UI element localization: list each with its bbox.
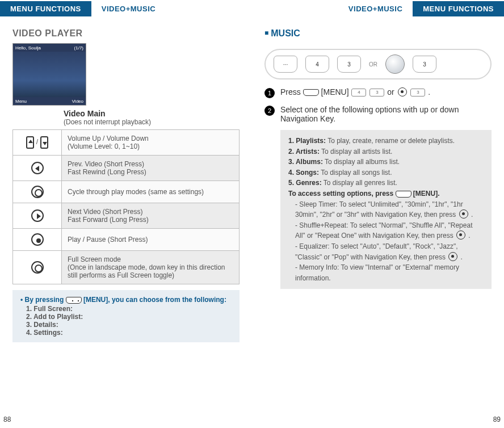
fullscreen-icon [13, 251, 62, 284]
screenshot-title: Hello, Soulja [15, 45, 41, 51]
or-label: OR [369, 61, 377, 68]
sub-equalizer: - Equalizer: To select "Auto", "Default"… [288, 241, 484, 262]
key-3-small-icon: 3 [369, 89, 384, 96]
softkey-icon [396, 191, 411, 198]
tab-menu-functions-r: MENU FUNCTIONS [413, 1, 504, 16]
next-icon [13, 203, 62, 229]
step-num-1: 1 [264, 88, 275, 98]
music-options-box: 1. Playlists: To play, create, rename or… [280, 130, 492, 289]
key-3c-small-icon: 3 [410, 89, 425, 96]
opt-genres: 5. Genres: [288, 179, 322, 187]
page-left: MENU FUNCTIONS VIDEO+MUSIC VIDEO PLAYER … [0, 0, 252, 428]
video-main-block: Video Main (Does not interrupt playback) [64, 109, 240, 126]
opt-settings: 4. Settings: [26, 329, 232, 337]
controls-table: / Volume Up / Volume Down (Volume Level:… [12, 129, 240, 284]
cycle-icon [13, 181, 62, 203]
page-right: VIDEO+MUSIC MENU FUNCTIONS ■MUSIC ··· 4 … [252, 0, 504, 428]
opt-albums: 3. Albums: [288, 158, 323, 166]
manual-spread: MENU FUNCTIONS VIDEO+MUSIC VIDEO PLAYER … [0, 0, 504, 428]
row-next: Next Video (Short Press) Fast Forward (L… [62, 203, 240, 229]
tab-menu-functions: MENU FUNCTIONS [0, 1, 91, 16]
opt-fullscreen: 1. Full Screen: [26, 305, 232, 313]
page-number-right: 89 [493, 416, 501, 423]
ok-button-icon [459, 209, 468, 219]
square-bullet-icon: ■ [264, 29, 268, 37]
section-music: ■MUSIC [264, 28, 492, 39]
softkey-icon [66, 297, 82, 304]
steps-list: 1 Press [MENU] 4 3 or 3 . 2 Select one o… [264, 87, 492, 123]
access-settings-label: To access setting options, press [288, 190, 396, 198]
page-number-left: 88 [3, 416, 11, 423]
opt-add-playlist: 2. Add to Playlist: [26, 313, 232, 321]
note-lead-a: By pressing [25, 296, 66, 304]
row-cycle: Cycle through play modes (same as settin… [62, 181, 240, 203]
sub-shuffle-repeat: - Shuffle+Repeat: To select "Normal", "S… [288, 220, 484, 241]
screenshot-softkey-left: Menu [15, 99, 27, 104]
key-sequence-strip: ··· 4 3 OR 3 [264, 49, 492, 79]
key-4-small-icon: 4 [351, 89, 366, 96]
sub-sleep-timer: - Sleep Timer: To select "Unlimited", "3… [288, 199, 484, 220]
step-num-2: 2 [264, 106, 275, 116]
prev-icon [13, 156, 62, 181]
opt-artists: 2. Artists: [288, 148, 320, 156]
section-video-player: VIDEO PLAYER [12, 28, 240, 39]
opt-playlists: 1. Playlists: [288, 137, 326, 145]
step-1: 1 Press [MENU] 4 3 or 3 . [264, 87, 492, 98]
key-3b-icon: 3 [413, 56, 436, 73]
screenshot-count: (1/7) [74, 45, 83, 51]
header-right: VIDEO+MUSIC MENU FUNCTIONS [252, 0, 504, 17]
screenshot-softkey-right: Video [72, 99, 83, 104]
step-2: 2 Select one of the following options wi… [264, 105, 492, 123]
row-fullscreen: Full Screen mode (Once in landscape mode… [62, 251, 240, 284]
key-3-icon: 3 [337, 56, 361, 73]
softkey-left-icon: ··· [274, 56, 297, 73]
jog-icon [385, 54, 405, 74]
note-lead-b: [MENU], you can choose from the followin… [82, 296, 226, 304]
video-main-title: Video Main [64, 109, 240, 118]
row-volume: Volume Up / Volume Down (Volume Level: 0… [62, 130, 240, 156]
sub-memory-info: - Memory Info: To view "Internal" or "Ex… [288, 262, 484, 283]
softkey-icon [303, 89, 319, 96]
jog-small-icon [398, 87, 407, 96]
opt-songs: 4. Songs: [288, 169, 319, 177]
row-prev: Prev. Video (Short Press) Fast Rewind (L… [62, 156, 240, 181]
playpause-icon [13, 229, 62, 251]
menu-options-note: • By pressing [MENU], you can choose fro… [12, 290, 240, 342]
video-main-sub: (Does not interrupt playback) [64, 118, 240, 126]
ok-button-icon [448, 252, 457, 261]
subtitle-video-music: VIDEO+MUSIC [91, 1, 166, 16]
opt-details: 3. Details: [26, 321, 232, 329]
ok-button-icon [456, 230, 465, 240]
video-screenshot: Hello, Soulja (1/7) Menu Video [12, 43, 86, 106]
key-4-icon: 4 [305, 56, 329, 73]
row-playpause: Play / Pause (Short Press) [62, 229, 240, 251]
volume-keys-icon: / [13, 130, 62, 156]
subtitle-video-music-r: VIDEO+MUSIC [338, 1, 413, 16]
header-left: MENU FUNCTIONS VIDEO+MUSIC [0, 0, 252, 17]
